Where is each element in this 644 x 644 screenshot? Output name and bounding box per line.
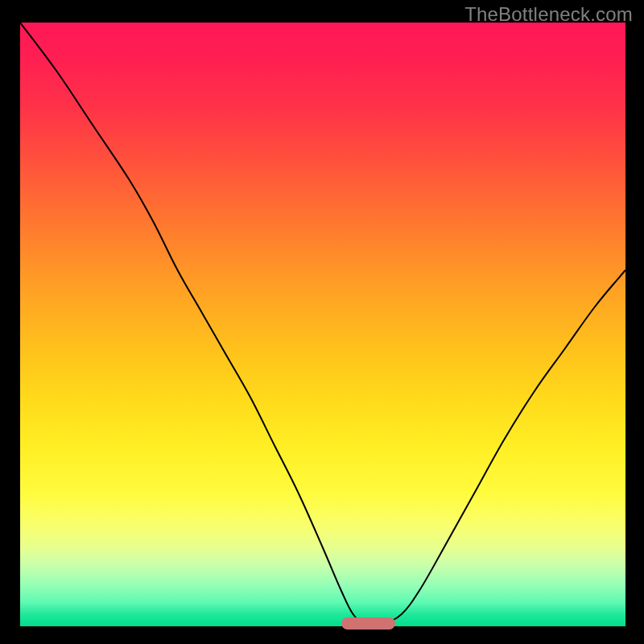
optimum-marker bbox=[341, 617, 396, 630]
watermark-label: TheBottleneck.com bbox=[464, 3, 633, 26]
curve-path bbox=[20, 23, 625, 625]
plot-area bbox=[20, 23, 625, 626]
bottleneck-curve bbox=[20, 23, 625, 626]
chart-frame: TheBottleneck.com bbox=[0, 0, 644, 644]
